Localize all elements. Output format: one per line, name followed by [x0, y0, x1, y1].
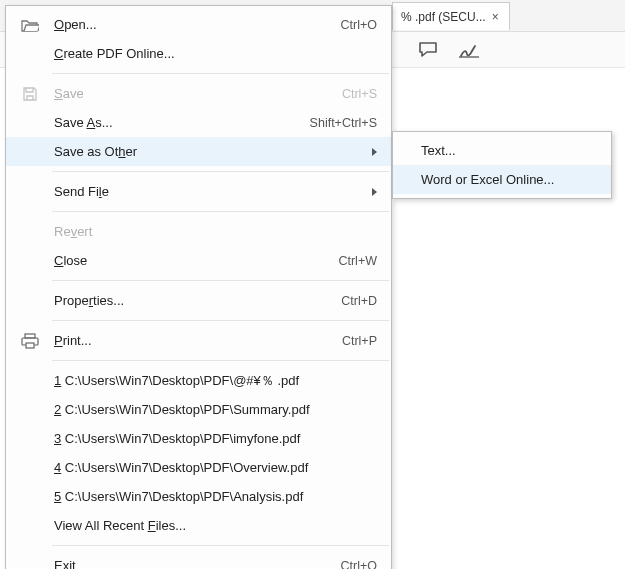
shortcut: Ctrl+D [341, 294, 377, 308]
menu-label: Open... [54, 17, 341, 32]
menu-label: Word or Excel Online... [421, 172, 597, 187]
menu-label: Save As... [54, 115, 310, 130]
shortcut: Ctrl+Q [341, 559, 377, 570]
shortcut: Ctrl+S [342, 87, 377, 101]
svg-rect-2 [26, 343, 34, 348]
menu-send-file[interactable]: Send File [6, 177, 391, 206]
menu-recent-file[interactable]: 1 C:\Users\Win7\Desktop\PDF\@#¥％ .pdf [6, 366, 391, 395]
close-icon[interactable]: × [492, 10, 499, 24]
menu-label: 1 C:\Users\Win7\Desktop\PDF\@#¥％ .pdf [54, 372, 377, 390]
menu-print[interactable]: Print... Ctrl+P [6, 326, 391, 355]
folder-open-icon [6, 18, 54, 32]
menu-label: Close [54, 253, 338, 268]
chevron-right-icon [372, 188, 377, 196]
menu-open[interactable]: Open... Ctrl+O [6, 10, 391, 39]
menu-recent-file[interactable]: 3 C:\Users\Win7\Desktop\PDF\imyfone.pdf [6, 424, 391, 453]
sign-icon[interactable] [458, 41, 480, 59]
menu-revert: Revert [6, 217, 391, 246]
menu-label: Send File [54, 184, 364, 199]
chevron-right-icon [372, 148, 377, 156]
save-as-other-submenu: Text... Word or Excel Online... [392, 131, 612, 199]
menu-view-all-recent[interactable]: View All Recent Files... [6, 511, 391, 540]
menu-label: Print... [54, 333, 342, 348]
document-tab[interactable]: % .pdf (SECU... × [392, 2, 510, 30]
menu-label: 3 C:\Users\Win7\Desktop\PDF\imyfone.pdf [54, 431, 377, 446]
menu-label: View All Recent Files... [54, 518, 377, 533]
menu-properties[interactable]: Properties... Ctrl+D [6, 286, 391, 315]
svg-rect-0 [25, 334, 35, 338]
menu-separator [52, 211, 389, 212]
menu-label: 5 C:\Users\Win7\Desktop\PDF\Analysis.pdf [54, 489, 377, 504]
menu-separator [52, 360, 389, 361]
menu-label: Save as Other [54, 144, 364, 159]
submenu-word-excel-online[interactable]: Word or Excel Online... [393, 165, 611, 194]
comment-icon[interactable] [418, 41, 438, 59]
tab-title: % .pdf (SECU... [401, 10, 486, 24]
menu-label: Properties... [54, 293, 341, 308]
menu-label: 2 C:\Users\Win7\Desktop\PDF\Summary.pdf [54, 402, 377, 417]
print-icon [6, 333, 54, 349]
menu-separator [52, 545, 389, 546]
submenu-text[interactable]: Text... [393, 136, 611, 165]
menu-recent-file[interactable]: 5 C:\Users\Win7\Desktop\PDF\Analysis.pdf [6, 482, 391, 511]
shortcut: Ctrl+W [338, 254, 377, 268]
menu-separator [52, 73, 389, 74]
menu-save: Save Ctrl+S [6, 79, 391, 108]
menu-separator [52, 320, 389, 321]
menu-label: Text... [421, 143, 597, 158]
menu-separator [52, 171, 389, 172]
shortcut: Ctrl+P [342, 334, 377, 348]
menu-separator [52, 280, 389, 281]
menu-label: Save [54, 86, 342, 101]
menu-label: 4 C:\Users\Win7\Desktop\PDF\Overview.pdf [54, 460, 377, 475]
menu-label: Exit [54, 558, 341, 569]
save-icon [6, 86, 54, 102]
menu-label: Create PDF Online... [54, 46, 377, 61]
file-menu: Open... Ctrl+O Create PDF Online... Save… [5, 5, 392, 569]
menu-label: Revert [54, 224, 377, 239]
menu-exit[interactable]: Exit Ctrl+Q [6, 551, 391, 569]
menu-close[interactable]: Close Ctrl+W [6, 246, 391, 275]
shortcut: Ctrl+O [341, 18, 377, 32]
menu-create-pdf-online[interactable]: Create PDF Online... [6, 39, 391, 68]
menu-save-as[interactable]: Save As... Shift+Ctrl+S [6, 108, 391, 137]
shortcut: Shift+Ctrl+S [310, 116, 377, 130]
menu-recent-file[interactable]: 2 C:\Users\Win7\Desktop\PDF\Summary.pdf [6, 395, 391, 424]
menu-recent-file[interactable]: 4 C:\Users\Win7\Desktop\PDF\Overview.pdf [6, 453, 391, 482]
menu-save-as-other[interactable]: Save as Other [6, 137, 391, 166]
